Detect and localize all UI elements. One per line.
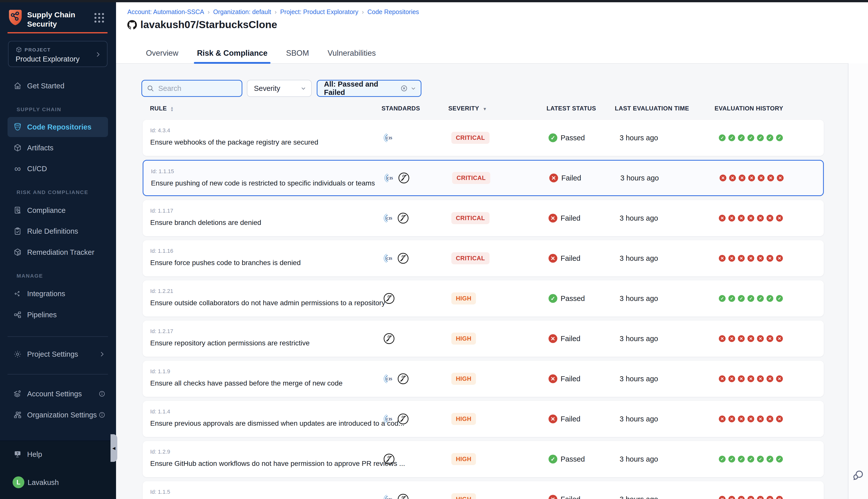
app-title: Supply ChainSecurity [27, 10, 75, 28]
severity-badge: CRITICAL [451, 212, 490, 224]
sidebar-item-artifacts[interactable]: Artifacts [8, 140, 108, 156]
history-result-icon [738, 135, 745, 141]
table-row[interactable]: Id: 1.1.17 Ensure branch deletions are d… [143, 200, 824, 236]
info-icon[interactable] [98, 411, 106, 418]
history-result-icon [738, 295, 745, 302]
sidebar-item-remediation-tracker[interactable]: Remediation Tracker [8, 244, 108, 260]
last-evaluation-time: 3 hours ago [620, 174, 659, 182]
table-row[interactable]: Id: 1.2.21 Ensure outside collaborators … [143, 280, 824, 317]
standards-cell [383, 332, 395, 345]
sidebar-item-rule-definitions[interactable]: Rule Definitions [8, 223, 108, 239]
evaluation-history [720, 175, 784, 182]
sidebar-item-code-repositories[interactable]: </> Code Repositories [8, 117, 108, 137]
sidebar-item-cicd[interactable]: CI/CD [8, 161, 108, 177]
box-wrench-icon [13, 248, 22, 257]
breadcrumb-code-repositories[interactable]: Code Repositories [367, 8, 419, 15]
history-result-icon [728, 496, 735, 499]
table-row[interactable]: Id: 1.1.15 Ensure pushing of new code is… [143, 160, 824, 196]
sort-desc-icon[interactable] [483, 107, 487, 111]
sidebar-divider [8, 374, 108, 375]
history-result-icon [757, 255, 764, 262]
sidebar-collapse-handle[interactable] [110, 434, 117, 462]
user-name[interactable]: Lavakush [28, 478, 59, 487]
rule-name: Ensure webhooks of the package registry … [150, 138, 318, 146]
standards-cell: CIS [383, 413, 409, 425]
rule-name: Ensure force pushes code to branches is … [150, 259, 301, 267]
cis-icon: CIS [383, 253, 395, 264]
svg-text:?: ? [16, 452, 19, 455]
history-result-icon [767, 335, 773, 342]
sidebar-item-pipelines[interactable]: Pipelines [8, 307, 108, 323]
standards-cell: CIS [383, 132, 395, 144]
table-row[interactable]: Id: 1.1.5 CIS HIGH Failed 3 hours ago [143, 481, 824, 499]
sidebar-item-project-settings[interactable]: Project Settings [8, 346, 108, 362]
table-row[interactable]: Id: 1.1.4 Ensure previous approvals are … [143, 401, 824, 437]
sidebar-item-get-started[interactable]: Get Started [8, 78, 108, 94]
severity-badge: HIGH [451, 292, 476, 304]
history-result-icon [767, 456, 773, 463]
sidebar-item-compliance[interactable]: Compliance [8, 202, 108, 218]
breadcrumb-account[interactable]: Account: Automation-SSCA [127, 8, 204, 15]
history-result-icon [719, 376, 726, 382]
clear-filter-icon[interactable] [400, 85, 408, 92]
project-selector[interactable]: PROJECT Product Exploratory [8, 41, 108, 67]
table-header: RULE STANDARDS SEVERITY LATEST STATUS LA… [143, 104, 824, 114]
info-icon[interactable] [98, 390, 106, 397]
sidebar-item-integrations[interactable]: Integrations [8, 285, 108, 302]
history-result-icon [719, 295, 726, 302]
tab-overview[interactable]: Overview [145, 49, 179, 64]
column-severity: SEVERITY [448, 105, 487, 112]
status-icon [548, 214, 557, 223]
history-result-icon [719, 496, 726, 499]
chevron-right-icon [94, 51, 101, 58]
breadcrumb-separator-icon: › [362, 9, 364, 15]
severity-filter-dropdown[interactable]: Severity [247, 80, 312, 97]
svg-text:CIS: CIS [386, 498, 392, 499]
severity-filter-label: Severity [254, 84, 280, 93]
history-result-icon [757, 376, 764, 382]
severity-badge: HIGH [451, 413, 476, 425]
table-row[interactable]: Id: 1.1.16 Ensure force pushes code to b… [143, 240, 824, 276]
table-row[interactable]: Id: 4.3.4 Ensure webhooks of the package… [143, 120, 824, 156]
rule-id: Id: 1.2.21 [150, 288, 173, 294]
sidebar-item-help[interactable]: ? Help [8, 446, 108, 462]
window-top-edge [0, 0, 868, 2]
table-row[interactable]: Id: 1.2.17 Ensure repository action perm… [143, 320, 824, 357]
rule-id: Id: 1.1.9 [150, 368, 170, 375]
column-rule: RULE [150, 105, 174, 112]
owasp-icon [398, 172, 410, 184]
standards-cell: CIS [383, 252, 409, 264]
project-name: Product Exploratory [15, 55, 80, 63]
breadcrumb-separator-icon: › [275, 9, 277, 15]
sidebar-item-account-settings[interactable]: Account Settings [8, 386, 108, 402]
search-input[interactable] [158, 84, 231, 93]
tab-sbom[interactable]: SBOM [285, 49, 310, 64]
table-row[interactable]: Id: 1.2.9 Ensure GitHub action workflows… [143, 441, 824, 477]
breadcrumb-project[interactable]: Project: Product Exploratory [280, 8, 358, 15]
cis-icon: CIS [383, 413, 395, 425]
history-result-icon [728, 255, 735, 262]
tab-vulnerabilities[interactable]: Vulnerabilities [326, 49, 377, 64]
user-avatar[interactable]: L [13, 476, 24, 488]
tab-risk-and-compliance[interactable]: Risk & Compliance [196, 49, 268, 64]
feedback-chat-icon[interactable] [852, 469, 865, 482]
owasp-icon [383, 453, 395, 465]
breadcrumb-organization[interactable]: Organization: default [213, 8, 271, 15]
evaluation-history [719, 335, 783, 342]
history-result-icon [757, 335, 764, 342]
table-row[interactable]: Id: 1.1.9 Ensure all checks have passed … [143, 361, 824, 397]
rule-id: Id: 1.1.5 [150, 489, 170, 495]
sidebar-item-organization-settings[interactable]: Organization Settings [8, 407, 108, 423]
app-switcher-icon[interactable] [94, 13, 105, 23]
history-result-icon [719, 456, 726, 463]
status-filter-dropdown[interactable]: All: Passed and Failed [317, 80, 421, 97]
sort-icon[interactable] [170, 106, 173, 112]
history-result-icon [719, 416, 726, 423]
last-evaluation-time: 3 hours ago [619, 254, 658, 263]
app-root: Supply ChainSecurity PROJECT Product Exp… [0, 0, 868, 499]
status-icon [548, 495, 557, 499]
search-box [141, 80, 242, 97]
standards-cell [383, 292, 395, 304]
cis-icon: CIS [383, 373, 395, 385]
page-title: lavakush07/StarbucksClone [141, 19, 277, 31]
